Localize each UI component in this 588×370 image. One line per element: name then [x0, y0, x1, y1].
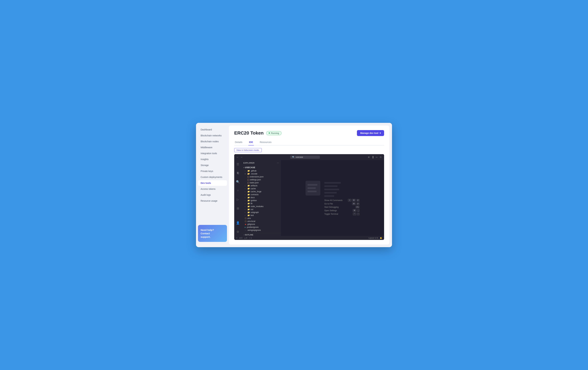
shortcut-keys: ⌃ `	[353, 213, 359, 215]
ide-container: ← → 🔍 usecase ⊞ ▐ ▭ ⊡ ☰ ⎗	[234, 154, 384, 240]
ide-git-icon[interactable]: ⑂	[236, 188, 240, 193]
ide-search-activity-icon[interactable]: 🔍	[235, 179, 241, 185]
ide-project-root[interactable]: ▾ USECASE	[242, 166, 281, 169]
folder-icon: 📁	[247, 196, 250, 199]
shortcut-keys: ⇧ ⌘ P	[348, 199, 359, 202]
sidebar-item-integration-tools[interactable]: Integration tools	[198, 151, 227, 156]
main-content: ERC20 Token Running Manage dev tool ▾ De…	[229, 125, 389, 245]
sidebar-item-audit-logs[interactable]: Audit logs	[198, 192, 227, 198]
ide-settings-icon[interactable]: ⚙	[236, 229, 240, 235]
manage-dev-tool-button[interactable]: Manage dev tool ▾	[357, 130, 384, 136]
chevron-right-icon: ›	[245, 208, 247, 210]
tree-item-tasks-json[interactable]: { } tasks.json	[242, 181, 281, 184]
ide-debug-icon[interactable]: ▷	[236, 197, 240, 202]
sidebar-item-storage[interactable]: Storage	[198, 163, 227, 168]
ide-menu-icon[interactable]: ☰	[236, 162, 240, 167]
folder-icon: 📁	[247, 185, 250, 187]
ide-file-tree[interactable]: ▾ USECASE › 📁 .github ▾ 📂	[242, 166, 281, 236]
project-name: USECASE	[245, 166, 255, 169]
tree-item-docs[interactable]: › 📁 docs	[242, 196, 281, 199]
ide-nav-buttons: ← →	[236, 156, 243, 159]
ide-back-button[interactable]: ←	[236, 156, 239, 159]
ide-layout-panel-icon[interactable]: ▭	[375, 156, 378, 159]
tree-item-prettierignore[interactable]: ▸ .prettierignore	[242, 226, 281, 229]
ide-explorer-title: EXPLORER	[243, 162, 255, 164]
tree-item-ignition[interactable]: › 📁 ignition	[242, 199, 281, 202]
sidebar-item-custom-deployments[interactable]: Custom deployments	[198, 174, 227, 180]
json-file-icon: { }	[247, 176, 249, 178]
tree-item-lib[interactable]: › 📁 lib	[242, 202, 281, 205]
folder-icon: 📁	[247, 202, 250, 205]
tree-item-gitignore[interactable]: ◈ .gitignore	[242, 223, 281, 226]
shortcut-label: Go to File	[324, 203, 333, 205]
ide-sidebar-panel: EXPLORER ··· ▾ USECASE › 📁 .github	[242, 160, 281, 236]
shortcut-start-debugging: Start Debugging F5	[324, 206, 359, 208]
ide-layout-buttons: ⊞ ▐ ▭ ⊡	[367, 156, 382, 159]
tree-item-vscode[interactable]: ▾ 📂 .vscode	[242, 172, 281, 175]
chevron-right-icon: ›	[245, 197, 247, 198]
tree-item-env[interactable]: ⬡ .env	[242, 217, 281, 220]
sidebar-item-private-keys[interactable]: Private keys	[198, 168, 227, 174]
ide-git-branch-icon: ⑂	[236, 237, 237, 239]
ide-welcome-screen: Show All Commands ⇧ ⌘ P Go to File	[305, 181, 359, 215]
ide-search-bar[interactable]: 🔍 usecase	[290, 155, 320, 159]
tabs: Details IDE Resources	[234, 139, 384, 145]
tree-item-node-modules[interactable]: › 📁 node_modules	[242, 205, 281, 208]
tree-item-semgrepignore[interactable]: ··· .semgrepignore	[242, 229, 281, 232]
page-header: ERC20 Token Running Manage dev tool ▾	[234, 130, 384, 136]
tree-item-extensions-json[interactable]: { } extensions.json	[242, 175, 281, 178]
sidebar-item-dashboard[interactable]: Dashboard	[198, 127, 227, 132]
ide-layout-label: Layout: U.S.	[368, 237, 378, 239]
folder-icon: 📁	[247, 205, 250, 207]
shortcut-goto-file: Go to File ⌘ P	[324, 202, 359, 205]
sidebar-item-dev-tools[interactable]: Dev tools	[198, 180, 227, 186]
ide-sync-count: ⑂ 1	[249, 237, 252, 239]
sidebar-item-insights[interactable]: Insights	[198, 156, 227, 162]
ide-layout-split-icon[interactable]: ⊞	[367, 156, 370, 159]
shortcut-toggle-terminal: Toggle Terminal ⌃ `	[324, 213, 359, 215]
sidebar-item-blockchain-nodes[interactable]: Blockchain nodes	[198, 139, 227, 144]
search-icon: 🔍	[292, 156, 295, 158]
shortcut-label: Open Settings	[324, 209, 337, 212]
tree-item-artifacts[interactable]: › 📁 artifacts	[242, 184, 281, 187]
ide-bell-icon: 🔔	[380, 237, 382, 239]
tree-item-settings-json[interactable]: { } settings.json	[242, 178, 281, 181]
folder-icon: 📁	[247, 170, 250, 172]
sidebar-nav: Dashboard Blockchain networks Blockchain…	[196, 127, 229, 222]
ide-account-icon[interactable]: 👤	[235, 220, 241, 226]
ide-outline-section[interactable]: › OUTLINE	[242, 233, 281, 236]
tree-item-github[interactable]: › 📁 .github	[242, 169, 281, 172]
status-dot	[269, 132, 270, 134]
ide-forward-button[interactable]: →	[240, 156, 243, 159]
tab-resources[interactable]: Resources	[259, 139, 272, 145]
ide-explorer-icon[interactable]: ⎗	[236, 170, 240, 176]
ide-explorer-actions[interactable]: ···	[277, 162, 279, 164]
chevron-down-icon: ▾	[243, 167, 244, 169]
sidebar-item-blockchain-networks[interactable]: Blockchain networks	[198, 133, 227, 138]
ide-layout-sidebar-icon[interactable]: ▐	[371, 156, 374, 159]
env-file-icon: ⬡	[245, 220, 246, 222]
ide-errors-count: ⊘ 0	[239, 237, 242, 239]
ide-layout-fullscreen-icon[interactable]: ⊡	[379, 156, 382, 159]
sidebar-help[interactable]: Need help? Contact support.	[198, 225, 227, 242]
chevron-right-icon: ›	[245, 170, 247, 172]
tree-item-env-local[interactable]: ⬡ .env.local	[242, 220, 281, 223]
tree-item-out[interactable]: › 📁 out	[242, 208, 281, 211]
sidebar-item-middleware[interactable]: Middleware	[198, 145, 227, 150]
tab-ide[interactable]: IDE	[248, 139, 254, 145]
ide-editor: Show All Commands ⇧ ⌘ P Go to File	[281, 160, 384, 236]
ide-extensions-icon[interactable]: ⊞	[236, 206, 240, 211]
tree-item-cache-forge[interactable]: › 📁 cache_forge	[242, 190, 281, 193]
tree-item-test[interactable]: › 📁 test	[242, 214, 281, 217]
ide-outline-label: OUTLINE	[245, 234, 253, 236]
tab-details[interactable]: Details	[234, 139, 243, 145]
sidebar-item-resource-usage[interactable]: Resource usage	[198, 198, 227, 204]
tree-item-subgraph[interactable]: › 📁 subgraph	[242, 211, 281, 214]
ide-statusbar-left: ⑂ ⊘ 0 △ 0 ⑂ 1	[236, 237, 252, 239]
fullscreen-link[interactable]: View in fullscreen mode.	[234, 148, 262, 152]
chevron-right-icon: ›	[245, 206, 247, 207]
sidebar-item-access-tokens[interactable]: Access tokens	[198, 186, 227, 192]
status-badge: Running	[266, 131, 281, 135]
tree-item-cache[interactable]: › 📁 cache	[242, 187, 281, 190]
tree-item-contracts[interactable]: › 📁 contracts	[242, 193, 281, 196]
